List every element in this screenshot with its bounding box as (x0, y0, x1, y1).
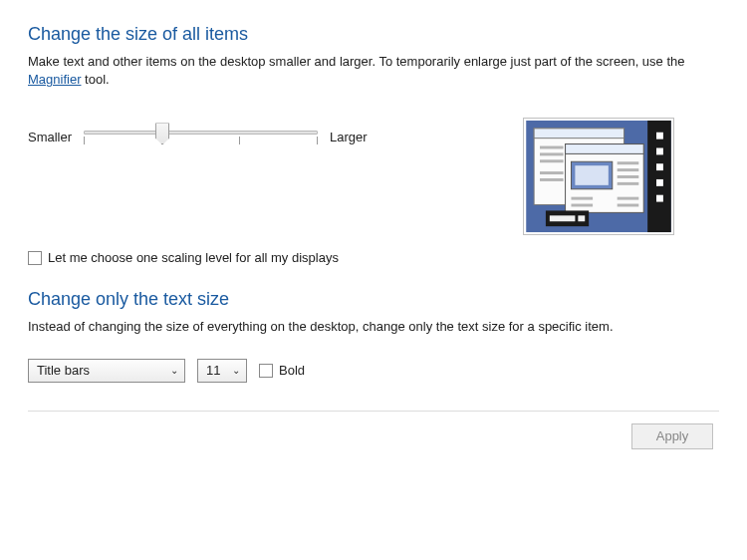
svg-rect-17 (575, 165, 608, 185)
item-select[interactable]: Title bars ⌄ (28, 359, 185, 383)
svg-rect-3 (656, 147, 663, 154)
scaling-level-checkbox-label: Let me choose one scaling level for all … (48, 250, 339, 265)
svg-rect-19 (618, 168, 639, 171)
svg-rect-5 (656, 179, 663, 186)
svg-rect-11 (540, 159, 564, 162)
chevron-down-icon: ⌄ (170, 365, 178, 376)
slider-smaller-label: Smaller (28, 130, 72, 144)
svg-rect-25 (618, 204, 639, 207)
svg-rect-21 (618, 182, 639, 185)
bold-checkbox-label: Bold (279, 363, 305, 378)
svg-rect-13 (540, 178, 564, 181)
slider-larger-label: Larger (330, 130, 368, 144)
svg-rect-24 (618, 197, 639, 200)
magnifier-link[interactable]: Magnifier (28, 72, 81, 87)
slider-ticks (84, 137, 318, 144)
bold-checkbox[interactable] (259, 364, 273, 378)
svg-rect-10 (540, 152, 564, 155)
description-change-text-size: Instead of changing the size of everythi… (28, 318, 719, 336)
svg-rect-6 (656, 195, 663, 202)
font-size-select-value: 11 (206, 363, 220, 378)
svg-rect-18 (618, 161, 639, 164)
description-change-all-items: Make text and other items on the desktop… (28, 53, 719, 89)
slider-track (84, 131, 318, 135)
svg-rect-2 (656, 133, 663, 140)
item-select-value: Title bars (37, 363, 90, 378)
scaling-level-checkbox[interactable] (28, 251, 42, 265)
bold-checkbox-row[interactable]: Bold (259, 363, 305, 378)
svg-rect-12 (540, 171, 564, 174)
svg-rect-23 (571, 204, 593, 207)
heading-change-all-items: Change the size of all items (28, 24, 719, 45)
chevron-down-icon: ⌄ (232, 365, 240, 376)
svg-rect-27 (550, 215, 576, 221)
scaling-level-checkbox-row[interactable]: Let me choose one scaling level for all … (28, 250, 339, 265)
size-slider[interactable] (84, 121, 318, 152)
display-preview-image (523, 118, 674, 235)
svg-rect-8 (534, 129, 623, 139)
heading-change-text-size: Change only the text size (28, 289, 719, 310)
separator (28, 411, 719, 412)
svg-rect-4 (656, 163, 663, 170)
svg-rect-28 (578, 215, 585, 221)
font-size-select[interactable]: 11 ⌄ (197, 359, 247, 383)
svg-rect-15 (566, 144, 644, 154)
desc-suffix: tool. (81, 72, 109, 87)
desc-prefix: Make text and other items on the desktop… (28, 54, 685, 69)
svg-rect-20 (618, 175, 639, 178)
footer-buttons: Apply (28, 423, 719, 449)
text-size-controls: Title bars ⌄ 11 ⌄ Bold (28, 359, 719, 383)
svg-rect-22 (571, 197, 593, 200)
svg-rect-9 (540, 146, 564, 149)
apply-button[interactable]: Apply (631, 423, 713, 449)
